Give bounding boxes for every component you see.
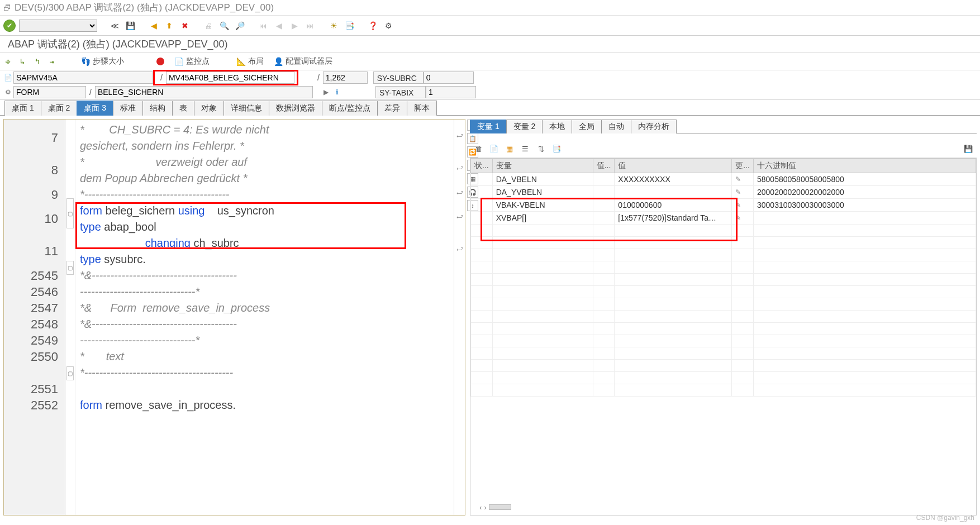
tab-7[interactable]: 详细信息 (223, 101, 269, 116)
routine-icon: ⚙ (2, 88, 13, 96)
sy-subrc-value[interactable] (424, 71, 474, 84)
tab-5[interactable]: 表 (172, 101, 194, 116)
window-title: DEV(5)/300 ABAP 调试器(2) (独占) (JACKDEVAPP_… (15, 1, 274, 14)
scroll-left-icon[interactable]: ‹ (479, 503, 482, 512)
stop-button[interactable] (154, 56, 166, 66)
var-tab-4[interactable]: 自动 (601, 120, 631, 133)
tab-1[interactable]: 桌面 2 (41, 101, 78, 116)
tab-4[interactable]: 结构 (142, 101, 173, 116)
var-tab-2[interactable]: 本地 (542, 120, 572, 133)
last-page-icon[interactable]: ⏭ (304, 20, 316, 32)
exit-icon[interactable]: ⬆ (163, 20, 175, 32)
back-icon[interactable]: ≪ (108, 20, 121, 32)
variables-toolbar: 🗑 📄 ▦ ☰ ⇅ 📑 💾 (470, 140, 977, 158)
tab-10[interactable]: 差异 (377, 101, 407, 116)
tab-8[interactable]: 数据浏览器 (269, 101, 322, 116)
shortcut-icon[interactable]: 📑 (343, 20, 355, 32)
command-field[interactable] (19, 20, 97, 32)
new-window-icon[interactable]: ☀ (327, 20, 340, 32)
help-icon[interactable]: ❓ (367, 20, 379, 32)
watchpoint-button[interactable]: 📄 监控点 (172, 55, 212, 68)
source-code-pane: 789101125452546254725482549255025512552 … (3, 119, 465, 516)
layout-button[interactable]: 📐 布局 (234, 55, 266, 68)
fold-column: ▢▢▢ (65, 120, 75, 515)
line-gutter: 789101125452546254725482549255025512552 (4, 120, 65, 515)
sy-subrc-label: SY-SUBRC (373, 71, 424, 84)
variable-tabs: 变量 1变量 2本地全局自动内存分析 (470, 119, 977, 133)
step-over-icon[interactable]: ↳ (18, 56, 27, 67)
tab-3[interactable]: 标准 (113, 101, 143, 116)
scroll-right-icon[interactable]: › (484, 503, 486, 512)
step-into-icon[interactable]: ⎆ (3, 56, 12, 67)
type-field[interactable] (13, 86, 86, 98)
first-page-icon[interactable]: ⏮ (257, 20, 269, 32)
find-next-icon[interactable]: 🔎 (234, 20, 246, 32)
var-row[interactable]: XVBAP[][1x577(7520)]Standard Ta…✎ (471, 212, 976, 225)
settings-icon[interactable]: ⚙ (382, 20, 394, 32)
find-icon[interactable]: 🔍 (218, 20, 230, 32)
var-save-icon[interactable]: 💾 (963, 144, 973, 154)
save-icon[interactable]: 💾 (124, 20, 136, 32)
continue-icon[interactable]: ⇥ (47, 56, 56, 67)
print-icon[interactable]: 🖨 (202, 20, 215, 32)
app-icon: 🗗 (3, 3, 11, 12)
step-out-icon[interactable]: ↰ (32, 56, 41, 67)
sy-tabix-value[interactable] (426, 86, 476, 98)
tab-9[interactable]: 断点/监控点 (322, 101, 378, 116)
main-tabs: 桌面 1桌面 2桌面 3标准结构表对象详细信息数据浏览器断点/监控点差异脚本 (0, 100, 980, 116)
window-title-bar: 🗗 DEV(5)/300 ABAP 调试器(2) (独占) (JACKDEVAP… (0, 0, 980, 16)
var-filter-icon[interactable]: ▦ (505, 144, 515, 154)
breakpoint-column[interactable]: ⮐⮐⮐⮐⮐ (454, 120, 465, 515)
tab-2[interactable]: 桌面 3 (77, 101, 113, 116)
var-row[interactable]: VBAK-VBELN0100000600✎3000310030003000300… (471, 199, 976, 212)
debug-toolbar: ⎆ ↳ ↰ ⇥ 👣 步骤大小 📄 监控点 📐 布局 👤 配置调试器层 (0, 52, 980, 70)
variables-table: 状... 变量 值... 值 更... 十六进制值 DA_VBELNXXXXXX… (470, 158, 977, 516)
watermark: CSDN @gavin_gxh (916, 514, 974, 522)
col-change[interactable]: 更... (732, 159, 754, 173)
tab-0[interactable]: 桌面 1 (4, 101, 41, 116)
main-area: 789101125452546254725482549255025512552 … (0, 116, 980, 519)
col-hex[interactable]: 十六进制值 (754, 159, 976, 173)
var-tab-0[interactable]: 变量 1 (470, 120, 507, 133)
tab-11[interactable]: 脚本 (407, 101, 437, 116)
include-highlight: / (153, 70, 298, 85)
program-icon: 📄 (2, 74, 13, 82)
step-size-button[interactable]: 👣 步骤大小 (79, 55, 126, 68)
back-nav-icon[interactable]: ◀ (148, 20, 160, 32)
add-var-icon[interactable]: 📄 (489, 144, 499, 154)
routine-field[interactable] (95, 86, 313, 98)
var-tab-5[interactable]: 内存分析 (631, 120, 677, 133)
config-button[interactable]: 👤 配置调试器层 (272, 55, 335, 68)
var-row[interactable]: DA_VBELNXXXXXXXXXX✎58005800580058005800 (471, 173, 976, 186)
variables-pane: 变量 1变量 2本地全局自动内存分析 🗑 📄 ▦ ☰ ⇅ 📑 💾 状... 变量… (470, 119, 977, 516)
var-tree-icon[interactable]: ☰ (520, 144, 530, 154)
next-page-icon[interactable]: ▶ (288, 20, 301, 32)
page-subtitle: ABAP 调试器(2) (独占) (JACKDEVAPP_DEV_00) (0, 36, 980, 52)
main-toolbar: ✔ ≪ 💾 ◀ ⬆ ✖ 🖨 🔍 🔎 ⏮ ◀ ▶ ⏭ ☀ 📑 ❓ ⚙ (0, 16, 980, 36)
col-value[interactable]: 值 (615, 159, 732, 173)
tab-6[interactable]: 对象 (194, 101, 224, 116)
var-tab-3[interactable]: 全局 (572, 120, 602, 133)
var-sort-icon[interactable]: ⇅ (536, 144, 546, 154)
var-tab-1[interactable]: 变量 2 (506, 120, 543, 133)
debug-context-fields: 📄 / / SY-SUBRC ⚙ / ▶ ℹ SY-TABIX (0, 70, 980, 100)
include-field[interactable] (166, 71, 294, 84)
sy-tabix-label: SY-TABIX (375, 86, 426, 98)
source-code[interactable]: * CH_SUBRC = 4: Es wurde nichtgesichert,… (75, 120, 454, 515)
program-field[interactable] (13, 71, 153, 84)
ok-button[interactable]: ✔ (3, 20, 16, 32)
col-name[interactable]: 变量 (492, 159, 593, 173)
info-icon[interactable]: ℹ (332, 88, 343, 96)
nav-icon-1[interactable]: ▶ (321, 88, 332, 96)
cancel-icon[interactable]: ✖ (179, 20, 191, 32)
side-icon-3[interactable]: 🔁 (467, 146, 478, 157)
line-field[interactable] (323, 71, 368, 84)
side-icon-2[interactable]: 📋 (467, 133, 478, 144)
var-copy-icon[interactable]: 📑 (551, 144, 562, 154)
var-row[interactable]: DA_YVBELN✎20002000200020002000 (471, 186, 976, 199)
prev-page-icon[interactable]: ◀ (273, 20, 285, 32)
col-val-short[interactable]: 值... (593, 159, 615, 173)
col-status[interactable]: 状... (471, 159, 493, 173)
scroll-thumb[interactable] (489, 504, 511, 510)
h-scroll[interactable]: ‹ › (474, 502, 517, 513)
